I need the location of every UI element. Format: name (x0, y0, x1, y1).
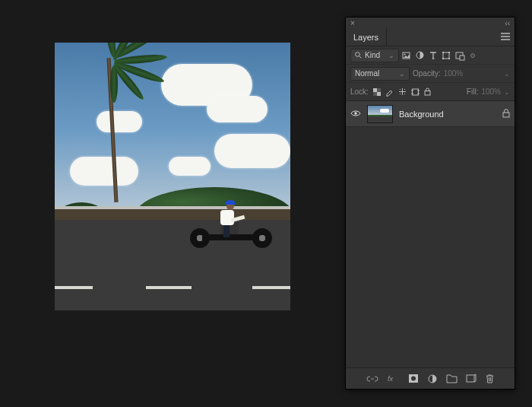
svg-rect-23 (467, 375, 474, 382)
lock-artboard-icon[interactable] (411, 88, 420, 96)
search-icon (355, 52, 362, 59)
lock-all-icon[interactable] (424, 87, 431, 96)
add-mask-icon[interactable] (409, 374, 418, 383)
filter-toggle-icon[interactable] (470, 53, 475, 58)
svg-rect-11 (373, 88, 377, 92)
filter-type-icon[interactable] (429, 52, 437, 59)
fill-value[interactable]: 100% (481, 87, 501, 96)
tab-layers[interactable]: Layers (346, 28, 387, 46)
svg-rect-14 (373, 92, 377, 96)
lock-pixels-icon[interactable] (385, 87, 394, 96)
new-group-icon[interactable] (447, 375, 457, 383)
svg-rect-18 (503, 113, 509, 117)
chevron-down-icon: ⌄ (399, 70, 405, 78)
svg-rect-4 (443, 52, 449, 59)
layer-row[interactable]: Background (346, 101, 515, 127)
filter-adjustment-icon[interactable] (416, 51, 424, 59)
svg-rect-6 (448, 52, 450, 53)
visibility-toggle-icon[interactable] (350, 110, 361, 119)
chevron-down-icon: ⌄ (388, 52, 394, 59)
svg-point-17 (354, 112, 356, 114)
opacity-label: Opacity: (413, 69, 441, 78)
layer-name[interactable]: Background (399, 110, 496, 119)
adjustment-layer-icon[interactable] (428, 374, 437, 383)
filter-kind-select[interactable]: Kind ⌄ (350, 49, 399, 62)
tab-label: Layers (353, 33, 378, 42)
filter-kind-label: Kind (365, 51, 380, 59)
document-canvas[interactable] (55, 43, 290, 310)
blend-mode-label: Normal (355, 69, 379, 78)
layer-fx-icon[interactable]: fx (388, 375, 399, 383)
chevron-down-icon[interactable]: ⌄ (504, 88, 510, 96)
svg-rect-13 (377, 88, 381, 92)
chevron-down-icon[interactable]: ⌄ (504, 70, 510, 78)
lock-label: Lock: (350, 87, 369, 96)
svg-rect-7 (442, 58, 444, 59)
svg-text:fx: fx (388, 375, 394, 383)
panel-menu-icon[interactable] (501, 33, 510, 42)
filter-pixel-icon[interactable] (402, 52, 410, 59)
svg-rect-15 (412, 89, 418, 95)
svg-rect-16 (425, 91, 430, 96)
blend-mode-select[interactable]: Normal ⌄ (350, 67, 410, 81)
new-layer-icon[interactable] (467, 374, 476, 383)
link-layers-icon[interactable] (367, 376, 378, 382)
layer-list: Background (346, 101, 515, 367)
filter-smart-icon[interactable] (455, 52, 464, 59)
delete-layer-icon[interactable] (486, 374, 494, 383)
svg-rect-10 (460, 56, 464, 60)
svg-point-0 (356, 52, 360, 57)
lock-icon[interactable] (502, 109, 510, 119)
panel-collapse-icon[interactable]: ‹‹ (505, 19, 510, 27)
svg-point-21 (411, 377, 416, 381)
svg-rect-5 (442, 52, 444, 53)
fill-label: Fill: (467, 87, 479, 96)
lock-position-icon[interactable] (398, 87, 407, 96)
opacity-value[interactable]: 100% (444, 69, 464, 78)
svg-rect-12 (377, 92, 381, 96)
lock-transparency-icon[interactable] (373, 88, 381, 96)
panel-close-icon[interactable]: × (350, 19, 355, 27)
layer-thumbnail[interactable] (367, 105, 393, 123)
layers-panel: × ‹‹ Layers Kind ⌄ Normal ⌄ O (345, 17, 515, 390)
filter-shape-icon[interactable] (442, 52, 450, 59)
svg-rect-8 (448, 58, 450, 59)
svg-point-2 (404, 53, 406, 55)
